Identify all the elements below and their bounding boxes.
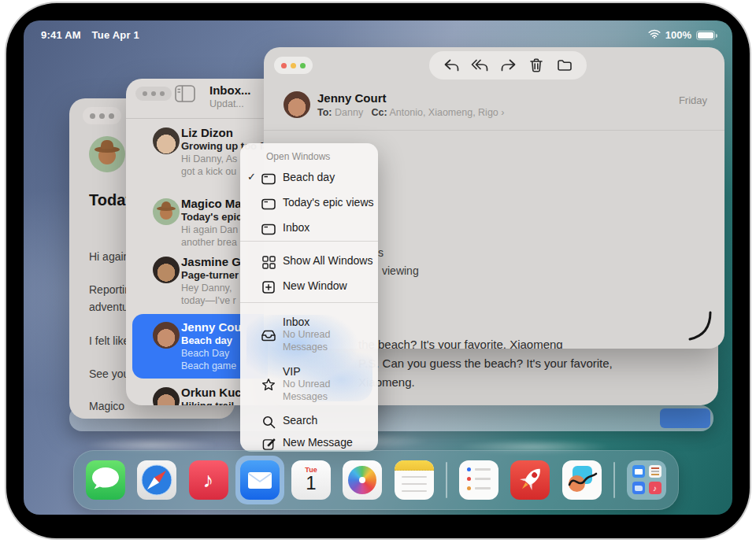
message-text: See you xyxy=(89,368,129,380)
preview-line: Beach game xyxy=(181,360,236,371)
dock-app-notes[interactable] xyxy=(395,460,434,500)
window-controls-pill[interactable] xyxy=(274,57,313,74)
compose-icon xyxy=(261,437,276,451)
window-dot xyxy=(151,91,156,96)
sender-name: Jenny Cou xyxy=(181,320,242,334)
subject: Hiking trail xyxy=(181,400,234,405)
status-bar: 9:41 AM Tue Apr 1 100% xyxy=(24,20,732,44)
message-text: I felt like xyxy=(89,334,129,347)
dock-app-music[interactable]: ♪ xyxy=(189,460,228,500)
cc-value: Antonio, Xiaomeng, Rigo › xyxy=(390,107,505,118)
window-icon xyxy=(261,172,276,186)
message-text: P.S. Can you guess the beach? It's your … xyxy=(358,356,613,370)
avatar xyxy=(153,387,180,405)
sidebar-toggle-icon[interactable] xyxy=(175,85,195,105)
forward-icon[interactable] xyxy=(498,55,518,76)
app-library-mini-folder xyxy=(632,482,645,494)
menu-subtitle: No Unread xyxy=(283,329,330,340)
window-controls-pill[interactable] xyxy=(135,87,172,101)
to-value: Danny xyxy=(335,107,363,118)
menu-item-inbox-window[interactable]: Inbox xyxy=(240,220,378,238)
menu-item-todays-epic-views[interactable]: Today's epic views xyxy=(240,195,378,212)
app-library-mini-list xyxy=(649,465,662,478)
reply-all-icon[interactable] xyxy=(469,55,490,76)
preview-line: got a kick ou xyxy=(181,166,236,177)
dock-app-photos[interactable] xyxy=(343,460,382,500)
menu-item-new-window[interactable]: New Window xyxy=(240,279,378,296)
menu-item-vip[interactable]: VIP No Unread Messages xyxy=(240,364,378,405)
clock-time: 9:41 AM xyxy=(41,29,81,41)
dock-app-messages[interactable] xyxy=(86,460,125,500)
window-dot xyxy=(109,113,114,119)
message-text: Hi again xyxy=(89,250,129,263)
folder-icon[interactable] xyxy=(554,55,575,76)
sender-name: Jasmine G xyxy=(181,255,241,268)
preview-line: another brea xyxy=(181,237,237,248)
body-fragment: s xyxy=(378,246,384,259)
window-icon xyxy=(261,197,276,211)
cc-label: Cc: xyxy=(372,107,387,118)
dock-app-calendar[interactable]: Tue 1 xyxy=(291,460,331,500)
notes-header xyxy=(395,460,434,471)
dock-app-safari[interactable] xyxy=(137,460,176,500)
divider xyxy=(240,302,378,303)
photos-flower-icon xyxy=(348,466,376,494)
menu-header: Open Windows xyxy=(266,151,330,162)
dock-app-reminders[interactable] xyxy=(459,460,498,500)
recipients-line[interactable]: To: Danny Cc: Antonio, Xiaomeng, Rigo › xyxy=(317,107,504,118)
avatar-cowboy-memoji-small xyxy=(153,198,180,225)
window-dot xyxy=(99,113,105,119)
window-dot xyxy=(90,113,95,119)
menu-item-show-all-windows[interactable]: Show All Windows xyxy=(240,253,378,271)
sender-name: Jenny Court xyxy=(317,91,387,105)
message-date: Friday xyxy=(679,94,707,106)
subject: Page-turner xyxy=(181,269,239,281)
preview-line: Hi Danny, As xyxy=(181,153,237,164)
resize-handle[interactable] xyxy=(688,311,713,345)
avatar xyxy=(153,257,180,283)
reply-icon[interactable] xyxy=(441,55,461,76)
clock-date: Tue Apr 1 xyxy=(92,29,139,41)
dock-app-rocket[interactable] xyxy=(510,460,550,500)
sender-name: Magico Ma xyxy=(181,197,242,210)
ipad-device: 9:41 AM Tue Apr 1 100% Today H xyxy=(6,3,750,538)
dock-app-mail-wrap[interactable] xyxy=(240,460,280,500)
window-icon xyxy=(261,222,276,236)
star-icon xyxy=(261,378,276,392)
dock-app-mail[interactable] xyxy=(240,460,280,500)
body-clipped-line: the beach? It's your favorite, Xiaomeng xyxy=(358,338,563,349)
app-library-mini-mail xyxy=(632,465,645,478)
mail-toolbar xyxy=(429,51,587,79)
divider xyxy=(264,130,724,131)
app-library-mini-music: ♪ xyxy=(649,482,662,494)
background-selection-patch xyxy=(660,408,710,428)
avatar xyxy=(153,127,180,154)
screen: 9:41 AM Tue Apr 1 100% Today H xyxy=(24,20,732,515)
menu-item-inbox-mailbox[interactable]: Inbox No Unread Messages xyxy=(240,315,378,356)
menu-item-beach-day[interactable]: ✓ Beach day xyxy=(240,170,378,187)
preview-line: Beach Day xyxy=(181,348,229,359)
divider xyxy=(240,241,378,242)
zoom-dot[interactable] xyxy=(300,63,306,68)
dock-app-freeform[interactable] xyxy=(562,460,602,500)
search-icon xyxy=(261,415,276,429)
menu-item-search[interactable]: Search xyxy=(240,413,378,430)
window-controls-pill[interactable] xyxy=(83,107,121,124)
wifi-icon xyxy=(648,29,661,41)
checkmark-icon: ✓ xyxy=(247,171,256,183)
to-label: To: xyxy=(317,107,332,118)
trash-icon[interactable] xyxy=(526,55,547,76)
avatar xyxy=(153,322,180,349)
dock-app-library[interactable]: ♪ xyxy=(627,460,666,500)
menu-subtitle: Messages xyxy=(283,391,328,402)
menu-subtitle: Messages xyxy=(283,342,328,353)
mailbox-tray-icon xyxy=(261,328,276,342)
open-windows-menu: Open Windows ✓ Beach day Today's epic vi… xyxy=(240,143,378,452)
body-fragment: viewing xyxy=(382,264,419,277)
minimize-dot[interactable] xyxy=(291,63,296,68)
message-text: Magico xyxy=(89,400,124,412)
calendar-day: 1 xyxy=(291,474,331,493)
mailbox-title: Inbox... xyxy=(209,83,251,97)
music-note-glyph: ♪ xyxy=(203,468,214,493)
close-dot[interactable] xyxy=(281,63,287,68)
